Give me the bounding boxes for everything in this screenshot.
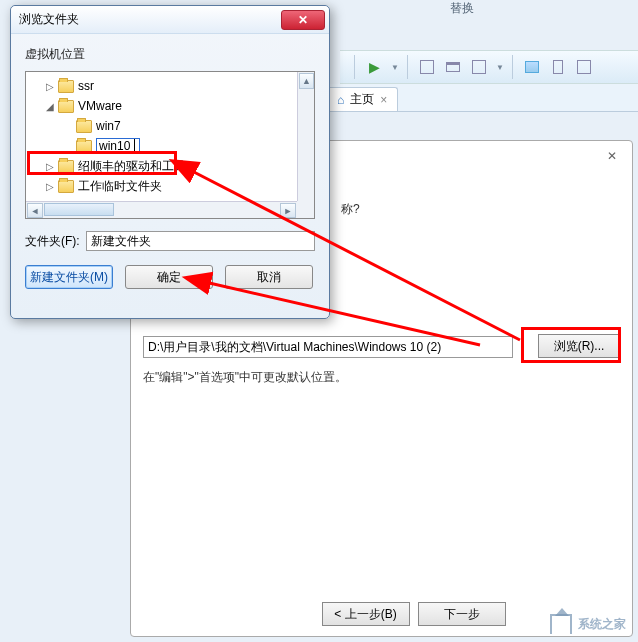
- tree-item-label: 工作临时文件夹: [78, 178, 162, 195]
- tree-item[interactable]: ▷ssr: [28, 76, 312, 96]
- folder-icon: [76, 140, 92, 153]
- expander-icon[interactable]: ▷: [44, 161, 56, 172]
- tab-home[interactable]: ⌂ 主页 ×: [326, 87, 398, 111]
- chevron-down-icon[interactable]: ▼: [391, 63, 399, 72]
- dialog-titlebar[interactable]: 浏览文件夹 ✕: [11, 6, 329, 34]
- location-row: 浏览(R)...: [143, 336, 620, 358]
- wizard-tip-text: 在"编辑">"首选项"中可更改默认位置。: [143, 369, 347, 386]
- scroll-up-icon[interactable]: ▲: [299, 73, 314, 89]
- wizard-close-icon[interactable]: ✕: [607, 149, 617, 163]
- tree-item[interactable]: ▷绍顺丰的驱动和工具: [28, 156, 312, 176]
- browse-folder-dialog: 浏览文件夹 ✕ 虚拟机位置 ▷ssr◢VMwarewin7win10 ▷绍顺丰的…: [10, 5, 330, 319]
- tree-content: ▷ssr◢VMwarewin7win10 ▷绍顺丰的驱动和工具▷工作临时文件夹: [26, 72, 314, 198]
- scrollbar-corner: [297, 201, 314, 218]
- tree-item[interactable]: win7: [28, 116, 312, 136]
- toolbar-separator: [512, 55, 513, 79]
- folder-icon: [76, 120, 92, 133]
- location-input[interactable]: [143, 336, 513, 358]
- tree-item-label: 绍顺丰的驱动和工具: [78, 158, 186, 175]
- close-icon: ✕: [298, 13, 308, 27]
- toolbar-button-1[interactable]: [416, 56, 438, 78]
- toolbar-separator: [407, 55, 408, 79]
- tree-item-label: ssr: [78, 79, 94, 93]
- close-icon[interactable]: ×: [380, 93, 387, 107]
- browse-button[interactable]: 浏览(R)...: [538, 334, 620, 358]
- expander-icon[interactable]: ▷: [44, 81, 56, 92]
- wizard-question-truncated: 称?: [341, 201, 360, 218]
- main-toolbar: ▶ ▼ ▼: [340, 50, 638, 84]
- close-button[interactable]: ✕: [281, 10, 325, 30]
- tab-strip: ⌂ 主页 ×: [322, 84, 638, 112]
- section-label: 虚拟机位置: [25, 46, 315, 63]
- chevron-down-icon[interactable]: ▼: [496, 63, 504, 72]
- toolbar-separator: [354, 55, 355, 79]
- tree-item[interactable]: ▷工作临时文件夹: [28, 176, 312, 196]
- folder-rename-input[interactable]: win10: [96, 138, 140, 154]
- horizontal-scrollbar[interactable]: ◄ ►: [26, 201, 297, 218]
- expander-icon[interactable]: ▷: [44, 181, 56, 192]
- tab-label: 主页: [350, 91, 374, 108]
- toolbar-button-5[interactable]: [547, 56, 569, 78]
- expander-icon[interactable]: ◢: [44, 101, 56, 112]
- dialog-title: 浏览文件夹: [19, 11, 281, 28]
- scroll-right-icon[interactable]: ►: [280, 203, 296, 218]
- dialog-body: 虚拟机位置 ▷ssr◢VMwarewin7win10 ▷绍顺丰的驱动和工具▷工作…: [11, 34, 329, 299]
- play-icon[interactable]: ▶: [363, 56, 385, 78]
- home-icon: ⌂: [337, 93, 344, 107]
- folder-name-row: 文件夹(F):: [25, 231, 315, 251]
- folder-field-label: 文件夹(F):: [25, 233, 80, 250]
- tree-item[interactable]: ◢VMware: [28, 96, 312, 116]
- folder-icon: [58, 160, 74, 173]
- scroll-thumb[interactable]: [44, 203, 114, 216]
- ribbon-remnant: 替换: [390, 0, 638, 16]
- scroll-left-icon[interactable]: ◄: [27, 203, 43, 218]
- folder-icon: [58, 180, 74, 193]
- cancel-button[interactable]: 取消: [225, 265, 313, 289]
- folder-name-input[interactable]: [86, 231, 315, 251]
- dialog-button-row: 新建文件夹(M) 确定 取消: [25, 265, 315, 289]
- folder-icon: [58, 80, 74, 93]
- toolbar-button-6[interactable]: [573, 56, 595, 78]
- watermark-icon: [550, 614, 572, 634]
- watermark-text: 系统之家: [578, 616, 626, 633]
- tree-item[interactable]: win10: [28, 136, 312, 156]
- toolbar-button-3[interactable]: [468, 56, 490, 78]
- toolbar-button-2[interactable]: [442, 56, 464, 78]
- ok-button[interactable]: 确定: [125, 265, 213, 289]
- back-button[interactable]: < 上一步(B): [322, 602, 410, 626]
- next-button[interactable]: 下一步: [418, 602, 506, 626]
- vertical-scrollbar[interactable]: ▲: [297, 72, 314, 201]
- watermark: 系统之家: [550, 614, 626, 634]
- ribbon-replace-label: 替换: [450, 0, 474, 16]
- new-folder-button[interactable]: 新建文件夹(M): [25, 265, 113, 289]
- tree-item-label: win7: [96, 119, 121, 133]
- folder-tree: ▷ssr◢VMwarewin7win10 ▷绍顺丰的驱动和工具▷工作临时文件夹 …: [25, 71, 315, 219]
- wizard-nav-buttons: < 上一步(B) 下一步: [322, 602, 506, 626]
- tree-item-label: VMware: [78, 99, 122, 113]
- toolbar-button-4[interactable]: [521, 56, 543, 78]
- folder-icon: [58, 100, 74, 113]
